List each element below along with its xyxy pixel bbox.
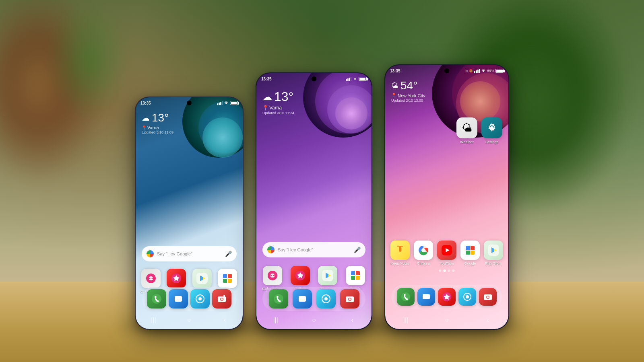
battery-icon-middle [359,77,367,81]
svg-point-60 [401,292,410,301]
nfc-icon-right: N [465,69,468,73]
status-icons-left [217,101,238,105]
dock-messages-right[interactable] [416,288,436,306]
dock-gallery-right[interactable] [436,288,457,306]
svg-rect-49 [401,246,403,247]
samsung-icon-left [190,289,210,309]
dot-4-right [452,269,455,272]
gallery-icon-right [438,288,456,306]
app-keep-right[interactable]: Keep Notes [390,241,411,265]
nav-home-middle[interactable]: ○ [308,314,320,326]
svg-point-29 [271,275,272,276]
app-google-right[interactable]: Google [460,241,481,265]
dot-2-right [444,269,446,272]
page-dots-right [439,269,455,272]
phone-right: 13:35 N 🔕 89% [384,64,509,330]
nav-recents-right[interactable]: ||| [400,314,412,326]
search-bar-middle[interactable]: Say "Hey Google" 🎤 [262,242,365,257]
dock-camera-right[interactable] [478,288,498,306]
nav-home-right[interactable]: ○ [441,314,453,326]
galaxy-store-icon-left [141,269,161,288]
svg-rect-44 [474,71,475,73]
google-logo-middle [267,246,275,253]
search-text-middle: Say "Hey Google" [278,247,351,252]
svg-rect-3 [222,101,223,105]
svg-point-43 [349,298,351,300]
battery-icon-left [230,101,238,105]
dock-messages-middle[interactable] [292,289,313,309]
status-time-right: 13:35 [390,69,400,73]
top-apps-right: 🌤 Weather Settings [456,117,502,144]
svg-rect-25 [347,78,349,81]
phone-icon-left [147,289,166,309]
search-bar-left[interactable]: Say "Hey Google" 🎤 [142,246,237,261]
status-icons-right: N 🔕 89% [465,69,504,73]
nav-home-left[interactable]: ○ [183,314,195,326]
dock-camera-middle[interactable] [339,289,360,309]
status-icons-middle [346,77,367,81]
dock-phone-right[interactable] [395,288,416,306]
settings-icon-right [481,117,502,138]
weather-temp-middle: ☁ 13° [262,89,294,104]
svg-point-18 [198,297,202,300]
dock-phone-middle[interactable] [268,289,289,309]
signal-icon-left [217,101,223,105]
wifi-icon-right [481,69,486,73]
nav-bar-right: ||| ○ ‹ [385,313,508,327]
chrome-icon-right [414,241,433,260]
google-icon-left [218,269,237,288]
camera-icon-middle [340,289,359,309]
phone-middle: 13:35 ☁ 13° [256,72,372,330]
svg-rect-46 [477,70,479,73]
svg-rect-2 [220,102,221,105]
wifi-icon-left [224,101,229,105]
dock-right [391,285,502,309]
svg-point-52 [421,248,425,252]
phone-right-screen: 13:35 N 🔕 89% [385,65,508,329]
flower-decor-middle [287,73,372,182]
phone-icon-middle [269,289,288,309]
camera-icon-right [479,288,497,306]
svg-point-14 [152,294,161,304]
svg-point-64 [466,295,469,298]
dock-samsung-left[interactable] [190,289,211,309]
nav-recents-left[interactable]: ||| [147,314,159,326]
flower-decor-left [166,97,243,198]
dock-samsung-right[interactable] [457,288,478,306]
play-store-icon-left [192,269,212,288]
dock-phone-left[interactable] [146,289,167,309]
gallery-icon-middle [291,266,310,285]
dnd-icon-right: 🔕 [469,69,473,73]
keep-label-right: Keep Notes [390,261,409,265]
status-time-middle: 13:35 [261,77,272,81]
mic-icon-middle[interactable]: 🎤 [354,247,361,253]
bg-plant-mid [48,0,129,121]
weather-app-icon-right: 🌤 [456,117,477,138]
dock-messages-left[interactable] [168,289,189,309]
samsung-icon-right [458,288,476,306]
nav-recents-middle[interactable]: ||| [270,314,282,326]
dock-samsung-middle[interactable] [316,289,336,309]
nav-back-right[interactable]: ‹ [482,314,494,326]
app-weather-right[interactable]: 🌤 Weather [456,117,477,144]
svg-point-30 [273,275,275,276]
battery-pct-right: 89% [487,69,494,73]
dock-camera-left[interactable] [211,289,232,309]
mic-icon-left[interactable]: 🎤 [225,251,232,257]
wifi-icon-middle [353,77,357,81]
phone-left-screen: 13:35 ☁ 13° [136,97,243,329]
weather-label-right: Weather [460,140,474,144]
status-time-left: 13:35 [140,101,151,105]
app-youtube-right[interactable]: YouTube [436,241,457,265]
nav-bar-middle: ||| ○ ‹ [256,313,372,327]
chrome-label-right: Chrome [417,261,430,265]
nav-back-middle[interactable]: ‹ [346,314,358,326]
youtube-icon-right [437,241,456,260]
app-settings-right[interactable]: Settings [481,117,502,144]
weather-location-left: 📍 Varna [142,125,173,130]
app-chrome-right[interactable]: Chrome [413,241,434,265]
weather-temp-right: 🌤 54° [391,79,425,92]
phone-middle-screen: 13:35 ☁ 13° [256,73,372,329]
app-play-store-right[interactable]: Play Store [483,241,504,265]
nav-back-left[interactable]: ‹ [219,314,231,326]
